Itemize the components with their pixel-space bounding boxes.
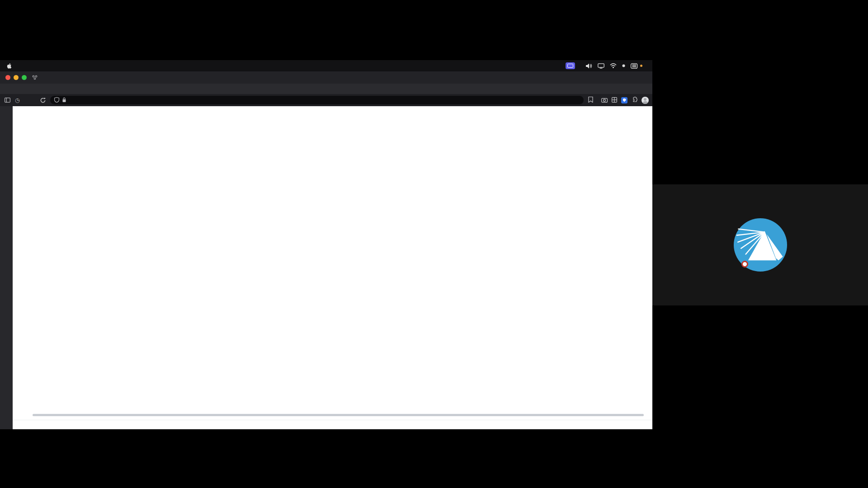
extension-shield-badge-icon[interactable] (621, 97, 627, 103)
input-source-icon[interactable] (631, 63, 638, 69)
extensions-puzzle-icon[interactable] (632, 96, 637, 104)
wifi-icon[interactable] (610, 63, 617, 68)
panel-toggle-icon[interactable] (5, 98, 10, 103)
zoom-window-button[interactable] (22, 75, 27, 80)
vivaldi-panel-strip (0, 106, 13, 429)
display-icon[interactable] (598, 63, 604, 69)
window-controls (5, 75, 27, 80)
lock-icon[interactable] (62, 96, 66, 104)
volume-icon[interactable] (586, 63, 592, 69)
recording-dot-icon (622, 64, 625, 67)
tiling-icon[interactable] (612, 96, 617, 104)
horizontal-scrollbar[interactable] (33, 414, 644, 416)
minimize-window-button[interactable] (14, 75, 19, 80)
screen-sharing-badge-icon[interactable] (566, 62, 575, 69)
menu-bar-status-area (566, 62, 648, 69)
address-bar-actions (588, 96, 649, 104)
shield-icon[interactable] (54, 96, 59, 104)
browser-content (0, 106, 652, 429)
address-bar: ◷ (0, 94, 652, 106)
reload-button[interactable] (40, 98, 46, 103)
avatar-logo-dot (741, 261, 748, 267)
spreadsheet (13, 106, 652, 429)
clock-icon: ◷ (15, 98, 19, 103)
profile-avatar[interactable] (642, 97, 649, 104)
sheet-tab-bar (13, 420, 652, 429)
participant-avatar (734, 218, 787, 272)
capture-icon[interactable] (601, 96, 608, 104)
workspace-selector[interactable] (32, 75, 41, 80)
apple-menu-icon[interactable] (6, 63, 12, 69)
participant-video-tile[interactable] (652, 184, 868, 305)
shared-screen: ◷ (0, 60, 652, 429)
mic-in-use-dot-icon (640, 65, 642, 67)
tab-stack-bar (0, 84, 652, 94)
bookmark-icon[interactable] (588, 96, 593, 104)
close-window-button[interactable] (5, 75, 10, 80)
zoom-screen-share-view: ◷ (0, 0, 868, 488)
browser-tab-bar (0, 71, 652, 84)
workspace-icon (32, 75, 38, 80)
macos-menu-bar (0, 60, 652, 71)
url-field[interactable] (50, 96, 584, 104)
